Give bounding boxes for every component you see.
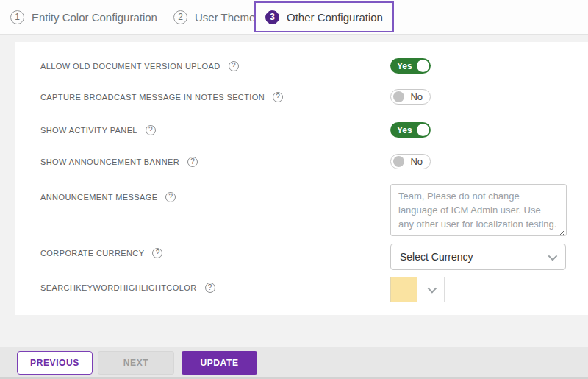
settings-screen: 1 Entity Color Configuration 2 User Them…	[0, 0, 588, 379]
help-icon[interactable]: ?	[165, 192, 176, 202]
wizard-tabs-header: 1 Entity Color Configuration 2 User Them…	[0, 0, 588, 35]
corporate-currency-select[interactable]: Select Currency	[390, 244, 566, 270]
field-label-group: ANNOUNCEMENT MESSAGE ?	[40, 189, 176, 205]
toggle-knob	[417, 60, 429, 72]
help-icon[interactable]: ?	[205, 283, 215, 293]
wizard-footer: PREVIOUS NEXT UPDATE	[0, 347, 588, 379]
color-picker-dropdown-button[interactable]	[417, 277, 445, 302]
chevron-down-icon	[548, 251, 558, 261]
other-configuration-panel: ALLOW OLD DOCUMENT VERSION UPLOAD ? Yes …	[15, 42, 588, 315]
field-label: SHOW ACTIVITY PANEL	[40, 126, 137, 135]
field-label: CORPORATE CURRENCY	[40, 249, 144, 258]
help-icon[interactable]: ?	[146, 125, 156, 135]
field-label-group: SHOW ANNOUNCEMENT BANNER ?	[40, 154, 198, 169]
show-announcement-banner-toggle[interactable]: No	[390, 154, 431, 169]
show-activity-panel-toggle[interactable]: Yes	[390, 122, 431, 138]
step-3-badge: 3	[265, 10, 279, 24]
toggle-knob	[417, 124, 429, 136]
announcement-message-input[interactable]: Team, Please do not change language of I…	[390, 184, 567, 236]
tab-user-theme[interactable]: 2 User Theme	[173, 0, 255, 34]
tab-other-configuration[interactable]: 3 Other Configuration	[254, 1, 394, 32]
capture-broadcast-message-toggle[interactable]: No	[390, 89, 431, 105]
chevron-down-icon	[427, 284, 437, 294]
toggle-value-label: No	[410, 91, 423, 102]
tab-other-configuration-label: Other Configuration	[287, 11, 383, 24]
toggle-value-label: Yes	[397, 61, 412, 71]
field-label: CAPTURE BROADCAST MESSAGE IN NOTES SECTI…	[40, 93, 265, 102]
help-icon[interactable]: ?	[229, 61, 239, 71]
field-label-group: SHOW ACTIVITY PANEL ?	[40, 122, 156, 138]
help-icon[interactable]: ?	[187, 157, 198, 167]
step-2-badge: 2	[173, 10, 187, 24]
color-swatch[interactable]	[390, 277, 417, 302]
toggle-value-label: No	[410, 156, 423, 167]
allow-old-document-version-upload-toggle[interactable]: Yes	[390, 58, 431, 74]
toggle-value-label: Yes	[397, 125, 412, 135]
field-label: SEARCHKEYWORDHIGHLIGHTCOLOR	[40, 283, 197, 292]
toggle-knob	[393, 156, 404, 167]
tab-entity-color-configuration[interactable]: 1 Entity Color Configuration	[10, 0, 157, 34]
tab-entity-color-configuration-label: Entity Color Configuration	[32, 11, 157, 24]
tab-user-theme-label: User Theme	[195, 11, 255, 24]
field-label-group: ALLOW OLD DOCUMENT VERSION UPLOAD ?	[40, 58, 239, 74]
step-1-badge: 1	[10, 10, 24, 24]
help-icon[interactable]: ?	[273, 92, 283, 102]
previous-button[interactable]: PREVIOUS	[17, 351, 93, 375]
next-button[interactable]: NEXT	[98, 351, 174, 375]
toggle-knob	[393, 91, 404, 102]
field-label-group: CAPTURE BROADCAST MESSAGE IN NOTES SECTI…	[40, 89, 283, 105]
field-label: SHOW ANNOUNCEMENT BANNER	[40, 157, 179, 166]
field-label: ANNOUNCEMENT MESSAGE	[40, 193, 157, 202]
search-keyword-highlight-color-picker	[390, 277, 445, 302]
field-label-group: CORPORATE CURRENCY ?	[40, 245, 162, 261]
field-label: ALLOW OLD DOCUMENT VERSION UPLOAD	[40, 62, 220, 71]
update-button[interactable]: UPDATE	[182, 351, 257, 375]
help-icon[interactable]: ?	[152, 248, 162, 258]
field-label-group: SEARCHKEYWORDHIGHLIGHTCOLOR ?	[40, 280, 215, 295]
selected-currency-value: Select Currency	[400, 251, 473, 263]
